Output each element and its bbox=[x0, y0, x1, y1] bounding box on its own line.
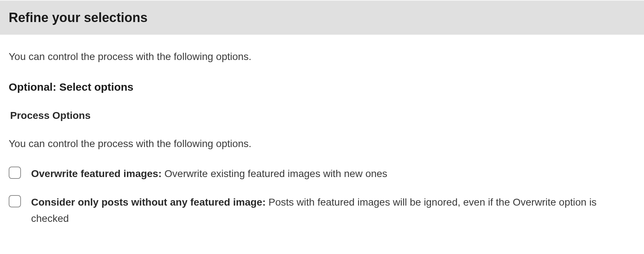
section-header: Refine your selections bbox=[0, 0, 644, 35]
checkbox-rest-overwrite: Overwrite existing featured images with … bbox=[162, 168, 387, 179]
checkbox-bold-consider-only: Consider only posts without any featured… bbox=[31, 197, 266, 208]
intro-text: You can control the process with the fol… bbox=[9, 49, 635, 64]
section-title: Refine your selections bbox=[9, 8, 635, 27]
subheading-optional: Optional: Select options bbox=[9, 79, 635, 95]
checkbox-overwrite-featured-images[interactable] bbox=[9, 167, 21, 179]
checkbox-label-consider-only: Consider only posts without any featured… bbox=[31, 194, 635, 227]
checkbox-row-overwrite: Overwrite featured images: Overwrite exi… bbox=[9, 166, 635, 182]
checkbox-label-overwrite: Overwrite featured images: Overwrite exi… bbox=[31, 166, 387, 182]
checkbox-row-consider-only: Consider only posts without any featured… bbox=[9, 194, 635, 227]
checkbox-bold-overwrite: Overwrite featured images: bbox=[31, 168, 162, 179]
checkbox-consider-only-without-featured[interactable] bbox=[9, 195, 21, 207]
process-options-title: Process Options bbox=[10, 108, 635, 123]
content-area: You can control the process with the fol… bbox=[0, 35, 644, 247]
options-intro-text: You can control the process with the fol… bbox=[9, 136, 635, 151]
